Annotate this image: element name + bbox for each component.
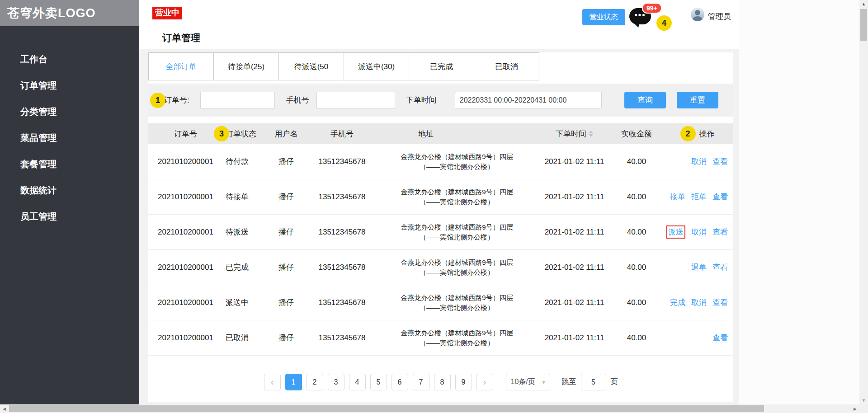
cell-order-time: 2021-01-02 11:11 xyxy=(537,192,612,202)
order-action-link[interactable]: 查看 xyxy=(712,192,728,202)
page-button-5[interactable]: 5 xyxy=(370,374,387,390)
vertical-scroll-thumb[interactable] xyxy=(860,9,867,41)
col-actions-label: 操作 xyxy=(699,129,715,139)
cell-order-time: 2021-01-02 11:11 xyxy=(537,263,612,272)
page-button-1[interactable]: 1 xyxy=(285,374,302,390)
order-action-link[interactable]: 接单 xyxy=(670,192,685,202)
tab-4[interactable]: 派送中(30) xyxy=(344,52,409,80)
page-button-4[interactable]: 4 xyxy=(349,374,366,390)
avatar-head-shape xyxy=(695,10,700,15)
sidebar-item-6[interactable]: 数据统计 xyxy=(0,177,139,203)
notification-area: ••• 99+ 4 xyxy=(627,3,677,33)
tab-2[interactable]: 待接单(25) xyxy=(213,52,279,80)
order-action-link[interactable]: 查看 xyxy=(712,297,728,308)
page-button-2[interactable]: 2 xyxy=(307,374,323,390)
order-time-range-input[interactable] xyxy=(455,92,602,109)
order-no-input[interactable] xyxy=(200,92,275,109)
table-row-3: 2021010200001待派送播仔13512345678金燕龙办公楼（建材城西… xyxy=(148,215,733,250)
table-header: 订单号 订单状态 用户名 手机号 地址 下单时间 实收金额 2 操作 3 xyxy=(148,123,733,144)
cell-amount: 40.00 xyxy=(612,263,661,272)
table-row-4: 2021010200001已完成播仔13512345678金燕龙办公楼（建材城西… xyxy=(148,250,733,285)
cell-phone: 13512345678 xyxy=(307,263,377,272)
sidebar-item-4[interactable]: 菜品管理 xyxy=(0,125,139,151)
page-button-8[interactable]: 8 xyxy=(434,374,451,390)
col-phone: 手机号 xyxy=(307,129,377,139)
sidebar-item-1[interactable]: 工作台 xyxy=(0,46,139,72)
prev-page-button[interactable]: ‹ xyxy=(264,374,281,390)
horizontal-scroll-thumb[interactable] xyxy=(9,405,764,412)
page-button-9[interactable]: 9 xyxy=(455,374,472,390)
order-action-link[interactable]: 查看 xyxy=(712,156,728,167)
pagination: ‹ 123456789 › 10条/页 ▾ 跳至 页 xyxy=(148,374,733,390)
order-action-link[interactable]: 取消 xyxy=(691,156,707,167)
cell-address: 金燕龙办公楼（建材城西路9号）四层（——宾馆北侧办公楼） xyxy=(377,328,537,348)
order-action-link[interactable]: 取消 xyxy=(691,297,707,308)
page-button-7[interactable]: 7 xyxy=(413,374,429,390)
scroll-down-arrow-icon[interactable]: ▼ xyxy=(859,396,868,404)
filter-bar: 1 订单号: 手机号 下单时间 查询 重置 xyxy=(148,84,733,117)
sidebar-item-3[interactable]: 分类管理 xyxy=(0,99,139,125)
col-address: 地址 xyxy=(377,129,537,139)
jump-page-input[interactable] xyxy=(581,374,606,390)
cell-order-no: 2021010200001 xyxy=(148,298,223,307)
tab-3[interactable]: 待派送(50 xyxy=(278,52,344,80)
cell-order-status: 待付款 xyxy=(223,156,265,167)
tab-5[interactable]: 已完成 xyxy=(409,52,474,80)
order-action-link[interactable]: 查看 xyxy=(712,227,728,237)
col-order-time[interactable]: 下单时间 xyxy=(537,129,612,139)
main-area: 营业中 订单管理 营业状态 ••• 99+ 4 管理员 全部订单待接单(25)待… xyxy=(139,0,739,404)
scroll-left-arrow-icon[interactable]: ◀ xyxy=(0,404,9,413)
col-order-no: 订单号 xyxy=(148,129,223,139)
cell-address: 金燕龙办公楼（建材城西路9号）四层（——宾馆北侧办公楼） xyxy=(377,293,537,313)
scroll-up-arrow-icon[interactable]: ▲ xyxy=(859,0,868,8)
search-button[interactable]: 查询 xyxy=(624,92,666,108)
tab-1[interactable]: 全部订单 xyxy=(148,52,214,80)
cell-actions: 派送取消查看 xyxy=(661,225,733,239)
annotation-marker-4: 4 xyxy=(656,15,672,31)
jump-suffix-label: 页 xyxy=(611,377,618,387)
order-action-link[interactable]: 查看 xyxy=(712,333,728,343)
message-bubble-tail xyxy=(633,23,640,28)
order-action-link[interactable]: 取消 xyxy=(691,227,707,237)
order-action-link[interactable]: 退单 xyxy=(691,262,707,272)
cell-phone: 13512345678 xyxy=(307,228,377,237)
cell-amount: 40.00 xyxy=(612,228,661,237)
notification-count-badge: 99+ xyxy=(642,3,662,14)
sidebar-item-2[interactable]: 订单管理 xyxy=(0,72,139,99)
page-button-3[interactable]: 3 xyxy=(328,374,344,390)
business-open-badge: 营业中 xyxy=(152,7,182,19)
next-page-button[interactable]: › xyxy=(476,374,493,390)
order-action-link[interactable]: 拒单 xyxy=(691,192,707,202)
order-action-link[interactable]: 查看 xyxy=(712,262,728,272)
col-actions: 2 操作 xyxy=(661,126,733,141)
cell-order-no: 2021010200001 xyxy=(148,263,223,272)
order-status-tabs: 全部订单待接单(25)待派送(50派送中(30)已完成已取消 xyxy=(148,52,733,80)
phone-label: 手机号 xyxy=(286,95,309,105)
phone-input[interactable] xyxy=(316,92,395,109)
annotation-marker-3: 3 xyxy=(214,126,229,141)
cell-phone: 13512345678 xyxy=(307,157,377,166)
sidebar-item-7[interactable]: 员工管理 xyxy=(0,203,139,230)
cell-order-time: 2021-01-02 11:11 xyxy=(537,333,612,343)
order-panel: 全部订单待接单(25)待派送(50派送中(30)已完成已取消 1 订单号: 手机… xyxy=(148,52,733,402)
cell-address: 金燕龙办公楼（建材城西路9号）四层（——宾馆北侧办公楼） xyxy=(377,187,537,207)
reset-button[interactable]: 重置 xyxy=(677,92,718,108)
page-size-select[interactable]: 10条/页 ▾ xyxy=(506,374,550,390)
sidebar-item-5[interactable]: 套餐管理 xyxy=(0,151,139,177)
horizontal-scrollbar[interactable]: ◀ ▶ xyxy=(0,404,868,413)
avatar[interactable] xyxy=(691,8,704,21)
scroll-right-arrow-icon[interactable]: ▶ xyxy=(851,404,859,413)
cell-order-status: 待派送 xyxy=(223,227,265,237)
order-action-link[interactable]: 派送 xyxy=(666,225,685,239)
order-action-link[interactable]: 完成 xyxy=(670,297,685,308)
page-button-6[interactable]: 6 xyxy=(392,374,408,390)
table-row-5: 2021010200001派送中播仔13512345678金燕龙办公楼（建材城西… xyxy=(148,285,733,320)
cell-address: 金燕龙办公楼（建材城西路9号）四层（——宾馆北侧办公楼） xyxy=(377,258,537,277)
cell-user-name: 播仔 xyxy=(265,227,307,237)
right-empty-panel xyxy=(739,0,859,404)
business-status-button[interactable]: 营业状态 xyxy=(582,9,625,25)
vertical-scrollbar[interactable]: ▲ ▼ xyxy=(859,0,868,404)
sort-icon[interactable] xyxy=(589,131,593,137)
tab-6[interactable]: 已取消 xyxy=(474,52,539,80)
table-row-6: 2021010200001已取消播仔13512345678金燕龙办公楼（建材城西… xyxy=(148,320,733,356)
